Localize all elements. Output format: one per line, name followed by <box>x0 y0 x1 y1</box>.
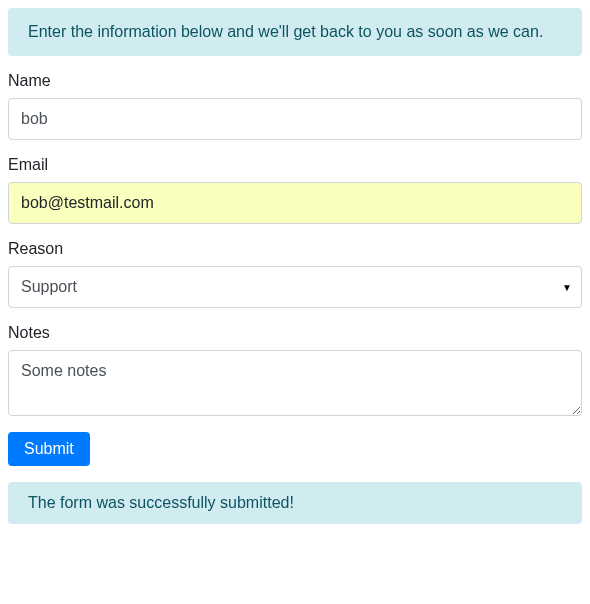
notes-group: Notes Some notes <box>8 324 582 416</box>
name-input[interactable] <box>8 98 582 140</box>
email-label: Email <box>8 156 582 174</box>
submit-button[interactable]: Submit <box>8 432 90 466</box>
notes-label: Notes <box>8 324 582 342</box>
name-label: Name <box>8 72 582 90</box>
success-alert: The form was successfully submitted! <box>8 482 582 524</box>
email-input[interactable] <box>8 182 582 224</box>
name-group: Name <box>8 72 582 140</box>
reason-select[interactable]: Support <box>8 266 582 308</box>
reason-label: Reason <box>8 240 582 258</box>
reason-group: Reason Support ▼ <box>8 240 582 308</box>
email-group: Email <box>8 156 582 224</box>
notes-textarea[interactable]: Some notes <box>8 350 582 416</box>
info-alert: Enter the information below and we'll ge… <box>8 8 582 56</box>
